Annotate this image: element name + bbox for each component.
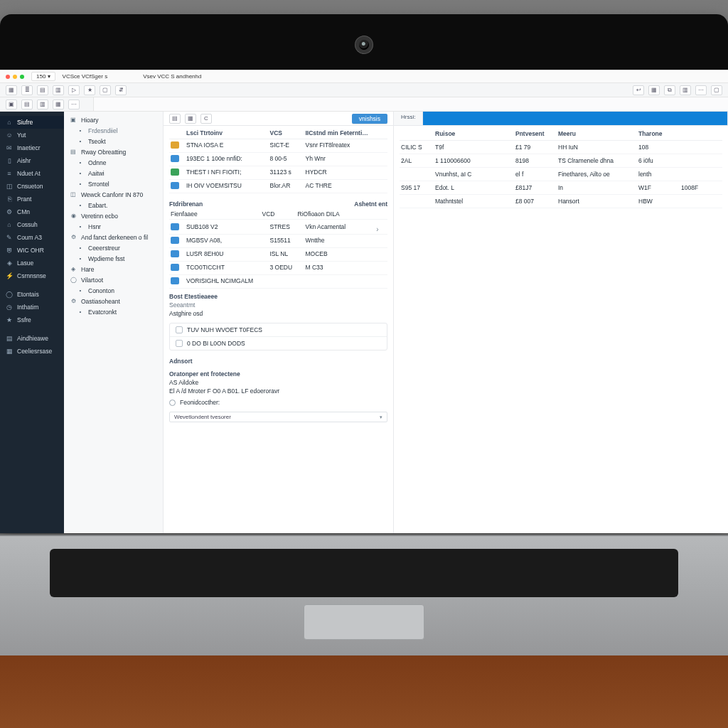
cell[interactable]: HYDCR — [304, 166, 388, 180]
tree-item[interactable]: •Srrontel — [64, 178, 163, 189]
cell[interactable]: HH IuN — [557, 141, 637, 154]
sidebar-item[interactable]: ✎Coum A3 — [0, 231, 64, 244]
tree-item[interactable]: •Eabart. — [64, 200, 163, 210]
tb-star-icon[interactable]: ★ — [84, 85, 95, 95]
checkbox-icon[interactable] — [176, 340, 183, 347]
cell[interactable]: 31123 s — [269, 166, 304, 180]
column-header[interactable] — [169, 127, 185, 139]
cell[interactable]: Vsnr FIT8lreatex — [304, 139, 388, 153]
tree-item[interactable]: ◯Vilartoot — [64, 274, 163, 285]
tree-item[interactable]: •Cononton — [64, 285, 163, 296]
tb-play-icon[interactable]: ▷ — [68, 85, 80, 95]
cell[interactable]: T9f — [434, 141, 514, 154]
cell[interactable]: M C33 — [304, 262, 388, 275]
cell[interactable] — [400, 168, 434, 181]
cell[interactable]: S95 17 — [400, 181, 434, 195]
cell[interactable]: IH OIV VOEMSITSU — [185, 180, 269, 193]
tab-a[interactable]: VCSce VCfSger s — [63, 73, 108, 80]
column-header[interactable]: Lsci Ttrtoinv — [185, 127, 269, 139]
cell[interactable] — [400, 195, 434, 208]
tb-box-icon[interactable]: ▢ — [100, 85, 111, 95]
cell[interactable]: THEST I NFI FIOITI; — [185, 166, 269, 180]
column-header[interactable]: Ruisoe — [434, 127, 514, 141]
cell[interactable]: 8 00-5 — [269, 153, 304, 166]
cell[interactable]: 1008F — [680, 181, 722, 195]
max-dot[interactable] — [20, 75, 24, 79]
tree-item[interactable]: •Tseokt — [64, 136, 163, 146]
cell[interactable]: HBW — [637, 195, 680, 208]
cell[interactable]: MGBSV A08, — [185, 235, 269, 248]
cell[interactable]: STNA IOSA E — [185, 139, 269, 153]
tb-back-icon[interactable]: ↩ — [633, 85, 644, 95]
sidebar-item[interactable]: ☺Yut — [0, 129, 64, 141]
sidebar-item[interactable]: ◈Lasue — [0, 257, 64, 269]
cell[interactable]: In — [557, 181, 637, 195]
radio-row[interactable]: Feonidcocther: — [164, 396, 393, 409]
tree-item[interactable]: •Evatcronkt — [64, 306, 163, 317]
sidebar-item[interactable]: ▯Aishr — [0, 154, 64, 167]
sidebar-item[interactable]: ≡Nduet At — [0, 167, 64, 180]
rp-tab-a[interactable]: Hrssi: — [394, 112, 423, 125]
cell[interactable] — [680, 154, 722, 168]
cell[interactable]: Hansort — [557, 195, 637, 208]
cell[interactable]: £8 007 — [514, 195, 557, 208]
cell[interactable]: W1F — [637, 181, 680, 195]
tree-item[interactable]: ⚙And fanct derkeneen o fil — [64, 232, 163, 242]
sidebar-item[interactable]: ▦Ceeliesrsase — [0, 345, 64, 358]
checkbox-icon[interactable] — [176, 326, 183, 333]
tree-item[interactable]: ⚙Oastiasoheant — [64, 296, 163, 306]
column-header[interactable]: Meeru — [557, 127, 637, 141]
select-dropdown[interactable]: Wevetlondent tvesorer ▾ — [169, 412, 387, 422]
tree-item[interactable]: •Ceeerstreur — [64, 242, 163, 253]
cell[interactable]: Finethares, Ailto oe — [557, 168, 637, 181]
column-header[interactable]: Tharone — [637, 127, 680, 141]
cell[interactable]: lenth — [637, 168, 680, 181]
tb-cols2-icon[interactable]: ▥ — [680, 85, 691, 95]
sidebar-item[interactable]: ⌂Cossuh — [0, 218, 64, 231]
column-header[interactable]: Pntvesent — [514, 127, 557, 141]
cell[interactable] — [680, 168, 722, 181]
tb-list-icon[interactable]: ≣ — [21, 85, 33, 95]
sidebar-item[interactable]: ⎘Prant — [0, 193, 64, 205]
cell[interactable]: 193EC 1 100e nnfiD: — [185, 153, 269, 166]
tb-sort-icon[interactable]: ⇵ — [115, 85, 127, 95]
close-dot[interactable] — [6, 75, 10, 79]
stb-c-icon[interactable]: ▥ — [37, 100, 48, 109]
tree-item[interactable]: •Frdesndiiel — [64, 125, 163, 136]
tree-item[interactable]: ◈Hare — [64, 264, 163, 274]
tb-box2-icon[interactable]: ▢ — [711, 85, 722, 95]
cell[interactable] — [269, 275, 304, 289]
sidebar-item[interactable]: ◫Cnsueton — [0, 180, 64, 193]
cell[interactable]: AC THRE — [304, 180, 388, 193]
column-header[interactable]: VCS — [269, 127, 304, 139]
tree-item[interactable]: •Aaitwi — [64, 168, 163, 178]
option-a[interactable]: TUV NUH WVOET T0FECS — [170, 323, 387, 337]
tb-layers-icon[interactable]: ▤ — [37, 85, 48, 95]
cell[interactable]: Vnunhst, aI C — [434, 168, 514, 181]
cell[interactable]: 6 i0fu — [637, 154, 680, 168]
sidebar-item[interactable]: ▤Aindhieawe — [0, 332, 64, 345]
sidebar-item[interactable]: ⚙CMn — [0, 205, 64, 218]
rp-tab-active[interactable] — [423, 112, 728, 125]
tb-grid-icon[interactable]: ▦ — [6, 85, 17, 95]
cell[interactable]: ISL NL — [269, 248, 304, 262]
cell[interactable]: TS Clramenele dhna — [557, 154, 637, 168]
cell[interactable]: 1 110006600 — [434, 154, 514, 168]
cell[interactable]: Yh Wnr — [304, 153, 388, 166]
tb-copy-icon[interactable]: ⧉ — [664, 85, 675, 95]
sidebar-item[interactable]: ◷Inthatim — [0, 301, 64, 314]
tree-item[interactable]: ◫Wewck Canfonr IN 870 — [64, 189, 163, 200]
cell[interactable]: SUB108 V2 — [185, 221, 269, 235]
sidebar-item[interactable]: ✉Inaetiecr — [0, 141, 64, 154]
min-dot[interactable] — [13, 75, 17, 79]
cell[interactable] — [680, 195, 722, 208]
ctb-c-icon[interactable]: C — [200, 114, 212, 124]
cell[interactable]: 3 OEDU — [269, 262, 304, 275]
cell[interactable]: SICT-E — [269, 139, 304, 153]
cell[interactable]: £81J7 — [514, 181, 557, 195]
cell[interactable]: LUSR 8EH0U — [185, 248, 269, 262]
stb-b-icon[interactable]: ▤ — [21, 100, 33, 109]
cell[interactable]: TCO0TICCHT — [185, 262, 269, 275]
cell[interactable]: S15511 — [269, 235, 304, 248]
tab-b[interactable]: Vsev VCC S andhenhd — [143, 73, 201, 80]
